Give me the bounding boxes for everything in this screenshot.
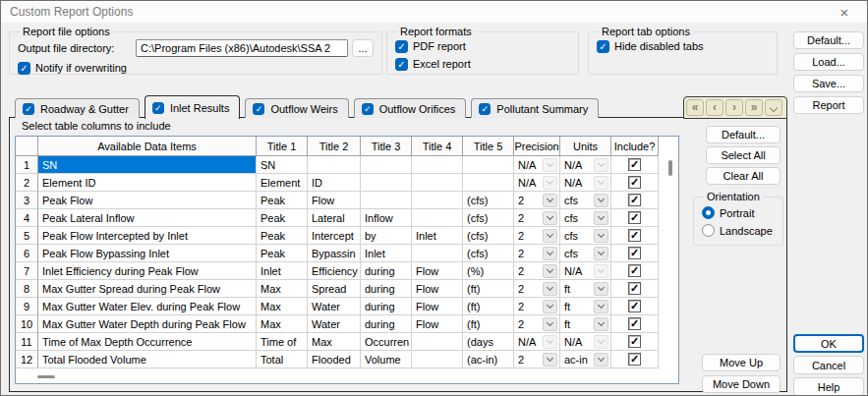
include-checkbox[interactable]: ✓ [628, 229, 641, 242]
nav-first-button[interactable]: « [686, 99, 704, 116]
row-number-cell[interactable]: 2 [16, 174, 38, 192]
title-3-cell[interactable]: Occurren [361, 333, 412, 351]
dropdown-button[interactable] [594, 211, 608, 225]
column-header-row-number[interactable] [16, 137, 38, 156]
title-3-cell[interactable]: Inlet [361, 245, 412, 262]
include-cell[interactable]: ✓ [611, 227, 659, 245]
tab-checkbox-icon[interactable]: ✓ [152, 102, 164, 114]
precision-cell[interactable]: 2 [514, 280, 560, 298]
title-2-cell[interactable]: Flooded [308, 351, 361, 368]
include-cell[interactable]: ✓ [611, 209, 659, 227]
orientation-option-portrait[interactable]: Portrait [702, 204, 775, 221]
horizontal-scrollbar-thumb[interactable] [37, 375, 55, 378]
data-item-cell[interactable]: Max Gutter Water Depth during Peak Flow [38, 315, 257, 333]
title-3-cell[interactable]: Volume [361, 351, 412, 368]
tab-inlet-results[interactable]: ✓Inlet Results [145, 95, 241, 119]
move-up-button[interactable]: Move Up [702, 354, 781, 371]
include-cell[interactable]: ✓ [611, 192, 659, 209]
include-checkbox[interactable]: ✓ [628, 176, 641, 189]
dropdown-button[interactable] [543, 300, 557, 313]
column-header-include[interactable]: Include? [611, 137, 659, 156]
include-checkbox[interactable]: ✓ [628, 353, 641, 366]
dropdown-button[interactable] [543, 247, 557, 260]
units-cell[interactable]: cfs [560, 245, 611, 262]
data-item-cell[interactable]: Max Gutter Spread during Peak Flow [38, 280, 257, 298]
column-header-title-3[interactable]: Title 3 [361, 137, 412, 156]
units-cell[interactable]: cfs [560, 227, 611, 245]
clear-all-button[interactable]: Clear All [706, 167, 781, 185]
include-cell[interactable]: ✓ [611, 333, 659, 351]
move-down-button[interactable]: Move Down [702, 375, 781, 393]
title-1-cell[interactable]: Element [257, 174, 308, 192]
include-cell[interactable]: ✓ [611, 298, 659, 315]
hide-disabled-tabs-checkbox[interactable]: ✓ [597, 40, 609, 53]
tab-roadway-gutter[interactable]: ✓Roadway & Gutter [15, 98, 140, 118]
tab-pollutant-summary[interactable]: ✓Pollutant Summary [471, 98, 599, 118]
close-icon[interactable]: × [830, 1, 859, 23]
include-checkbox[interactable]: ✓ [628, 247, 641, 259]
data-item-cell[interactable]: Max Gutter Water Elev. during Peak Flow [38, 298, 257, 315]
units-cell[interactable]: ft [560, 280, 611, 298]
dropdown-button[interactable] [594, 300, 608, 313]
title-1-cell[interactable]: Max [257, 280, 308, 298]
include-checkbox[interactable]: ✓ [628, 158, 641, 171]
include-checkbox[interactable]: ✓ [628, 300, 641, 312]
cancel-button[interactable]: Cancel [793, 356, 864, 374]
title-2-cell[interactable]: ID [308, 174, 361, 192]
title-1-cell[interactable]: Peak [257, 209, 308, 227]
tab-checkbox-icon[interactable]: ✓ [23, 103, 34, 115]
dropdown-button[interactable] [543, 264, 557, 278]
row-number-cell[interactable]: 8 [16, 280, 38, 298]
row-number-cell[interactable]: 11 [16, 333, 38, 351]
title-3-cell[interactable]: during [361, 298, 412, 315]
title-5-cell[interactable] [463, 174, 514, 192]
select-all-button[interactable]: Select All [706, 146, 781, 164]
nav-previous-button[interactable]: ‹ [706, 99, 723, 116]
title-3-cell[interactable] [361, 156, 412, 174]
precision-cell[interactable]: N/A [514, 333, 560, 351]
title-5-cell[interactable]: (ft) [463, 298, 514, 315]
landscape-radio[interactable] [702, 224, 715, 237]
title-3-cell[interactable]: by [361, 227, 412, 245]
data-item-cell[interactable]: Total Flooded Volume [38, 351, 257, 368]
dropdown-button[interactable] [594, 194, 608, 207]
report-button[interactable]: Report [793, 96, 864, 114]
include-cell[interactable]: ✓ [611, 262, 659, 280]
title-1-cell[interactable]: Max [257, 298, 308, 315]
units-cell[interactable]: ac-in [560, 351, 611, 368]
column-header-precision[interactable]: Precision [514, 137, 560, 156]
include-checkbox[interactable]: ✓ [628, 211, 641, 224]
column-header-title-4[interactable]: Title 4 [412, 137, 463, 156]
title-1-cell[interactable]: Time of [257, 333, 308, 351]
include-cell[interactable]: ✓ [611, 315, 659, 333]
units-cell[interactable]: N/A [560, 262, 611, 280]
ok-button[interactable]: OK [793, 334, 864, 353]
title-5-cell[interactable]: (cfs) [463, 227, 514, 245]
title-2-cell[interactable]: Bypassin [308, 245, 361, 262]
title-3-cell[interactable]: Inflow [361, 209, 412, 227]
include-checkbox[interactable]: ✓ [628, 264, 641, 277]
precision-cell[interactable]: 2 [514, 262, 560, 280]
dropdown-button[interactable] [594, 353, 608, 367]
precision-cell[interactable]: 2 [514, 227, 560, 245]
title-1-cell[interactable]: SN [257, 156, 308, 174]
browse-button[interactable]: ... [352, 39, 374, 57]
row-number-cell[interactable]: 1 [16, 156, 38, 174]
title-1-cell[interactable]: Peak [257, 245, 308, 262]
include-cell[interactable]: ✓ [611, 156, 659, 174]
title-1-cell[interactable]: Max [257, 315, 308, 333]
title-3-cell[interactable] [361, 192, 412, 209]
vertical-scrollbar-thumb[interactable] [668, 160, 672, 176]
row-number-cell[interactable]: 4 [16, 209, 38, 227]
units-cell[interactable]: N/A [560, 174, 611, 192]
title-2-cell[interactable]: Efficiency [308, 262, 361, 280]
precision-cell[interactable]: 2 [514, 192, 560, 209]
title-2-cell[interactable]: Water [308, 315, 361, 333]
title-4-cell[interactable] [412, 192, 463, 209]
column-header-available-data-items[interactable]: Available Data Items [38, 137, 257, 156]
title-4-cell[interactable]: Flow [412, 315, 463, 333]
title-4-cell[interactable] [412, 333, 463, 351]
default-button[interactable]: Default... [793, 31, 864, 49]
data-item-cell[interactable]: Time of Max Depth Occurrence [38, 333, 257, 351]
excel-report-checkbox[interactable]: ✓ [395, 58, 408, 71]
